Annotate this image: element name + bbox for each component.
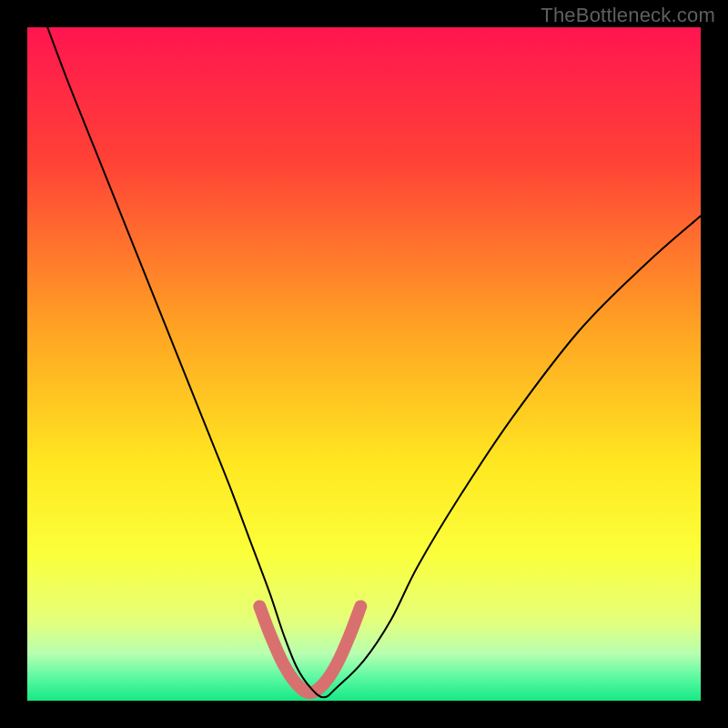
plot-background (27, 27, 701, 701)
watermark-text: TheBottleneck.com (541, 4, 715, 27)
chart-frame: TheBottleneck.com (0, 0, 728, 728)
bottleneck-chart (0, 0, 728, 728)
